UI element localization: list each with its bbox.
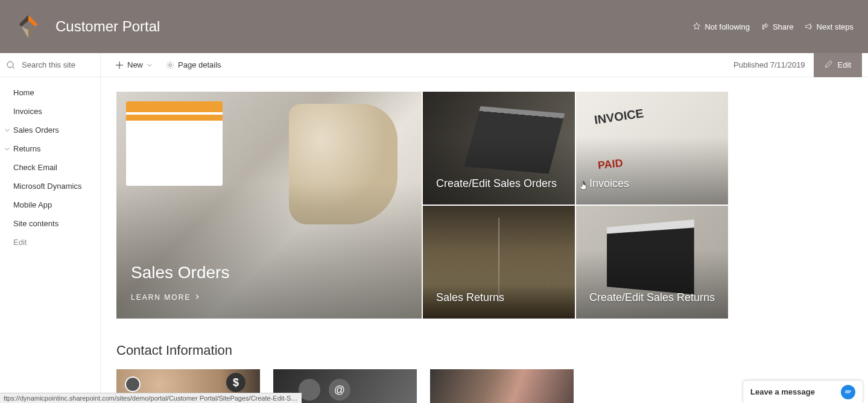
- chevron-right-icon: [194, 293, 200, 302]
- nav-edit[interactable]: Edit: [0, 233, 100, 252]
- nav-returns[interactable]: Returns: [0, 139, 100, 158]
- published-date: Published 7/11/2019: [733, 60, 814, 69]
- search-input[interactable]: [22, 60, 94, 69]
- command-bar: New Page details Published 7/11/2019 Edi…: [0, 53, 868, 77]
- svg-point-0: [7, 62, 13, 68]
- tile-create-edit-sales-returns[interactable]: Create/Edit Sales Returns: [576, 206, 728, 319]
- pencil-icon: [825, 60, 833, 70]
- page-content: Sales Orders LEARN MORE Create/Edit Sale…: [101, 77, 868, 403]
- page-details-label: Page details: [178, 60, 221, 69]
- tile-invoices[interactable]: Invoices: [576, 92, 728, 205]
- tile-sales-returns[interactable]: Sales Returns: [423, 206, 575, 319]
- star-outline-icon: [692, 22, 701, 31]
- nav-check-email[interactable]: Check Email: [0, 158, 100, 177]
- gear-icon: [166, 61, 174, 69]
- svg-point-1: [169, 63, 171, 66]
- tile-sales-orders[interactable]: Sales Orders LEARN MORE: [116, 92, 422, 319]
- chat-bubble-icon: [841, 385, 855, 399]
- not-following-label: Not following: [705, 22, 749, 31]
- search-box[interactable]: [0, 53, 101, 77]
- edit-page-button[interactable]: Edit: [814, 53, 862, 77]
- nav-mobile-app[interactable]: Mobile App: [0, 195, 100, 214]
- browser-status-bar: ttps://dynamicpointinc.sharepoint.com/si…: [0, 393, 302, 403]
- megaphone-icon: [805, 22, 813, 31]
- sidebar-nav: Home Invoices Sales Orders Returns Check…: [0, 77, 101, 403]
- nav-site-contents[interactable]: Site contents: [0, 214, 100, 233]
- plus-icon: [115, 61, 124, 69]
- learn-more-link[interactable]: LEARN MORE: [131, 293, 200, 302]
- new-button[interactable]: New: [115, 60, 155, 69]
- tile-label: Create/Edit Sales Orders: [436, 177, 557, 190]
- chevron-down-icon: [4, 145, 11, 153]
- chat-widget[interactable]: Leave a message: [743, 380, 863, 403]
- contact-section-title: Contact Information: [116, 343, 854, 358]
- not-following-button[interactable]: Not following: [692, 22, 749, 31]
- site-title: Customer Portal: [55, 18, 160, 35]
- search-icon: [6, 60, 16, 70]
- tile-label: Sales Returns: [436, 291, 504, 304]
- share-button[interactable]: Share: [761, 22, 794, 31]
- contact-tile-3[interactable]: [430, 369, 574, 403]
- page-details-button[interactable]: Page details: [166, 60, 221, 69]
- tile-title: Sales Orders: [131, 263, 229, 282]
- share-label: Share: [773, 22, 794, 31]
- nav-invoices[interactable]: Invoices: [0, 102, 100, 121]
- tile-create-edit-sales-orders[interactable]: Create/Edit Sales Orders: [423, 92, 575, 205]
- tile-label: Create/Edit Sales Returns: [589, 291, 715, 304]
- next-steps-button[interactable]: Next steps: [805, 22, 854, 31]
- tile-label: Invoices: [589, 177, 629, 190]
- edit-label: Edit: [838, 60, 851, 69]
- next-steps-label: Next steps: [817, 22, 854, 31]
- site-logo[interactable]: [14, 13, 42, 40]
- nav-microsoft-dynamics[interactable]: Microsoft Dynamics: [0, 177, 100, 195]
- nav-sales-orders[interactable]: Sales Orders: [0, 121, 100, 139]
- chat-label: Leave a message: [750, 387, 815, 396]
- chevron-down-icon: [4, 127, 11, 134]
- chevron-down-icon: [147, 61, 155, 69]
- new-label: New: [127, 60, 143, 69]
- tile-image: [430, 369, 574, 403]
- site-header: Customer Portal Not following Share Next…: [0, 0, 868, 53]
- nav-home[interactable]: Home: [0, 83, 100, 102]
- share-icon: [761, 22, 769, 31]
